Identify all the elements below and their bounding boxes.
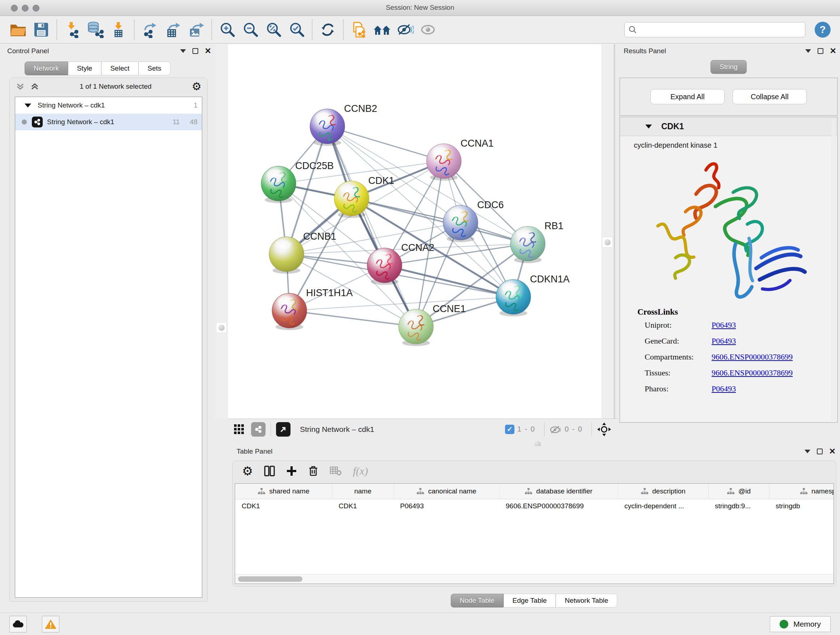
network-node-CCNA1[interactable]: CCNA1 — [426, 138, 494, 181]
tab-node-table[interactable]: Node Table — [451, 594, 504, 608]
crosslink-link[interactable]: P06493 — [712, 336, 736, 345]
open-session-button[interactable] — [8, 20, 28, 40]
search-box[interactable] — [624, 22, 805, 37]
export-network-button[interactable] — [140, 20, 159, 40]
tab-style[interactable]: Style — [68, 62, 101, 75]
hide-selected-button[interactable] — [395, 20, 415, 40]
show-all-button[interactable] — [418, 20, 438, 40]
save-session-button[interactable] — [32, 20, 51, 40]
refresh-layout-button[interactable] — [318, 20, 338, 40]
close-panel-icon[interactable]: ✕ — [205, 48, 211, 54]
crosslink-link[interactable]: 9606.ENSP00000378699 — [712, 352, 793, 361]
table-cell[interactable]: 9606.ENSP00000378699 — [499, 499, 618, 513]
gene-entry-header[interactable]: CDK1 — [620, 117, 837, 136]
export-table-button[interactable] — [163, 20, 183, 40]
column-header--id[interactable]: @id — [708, 484, 769, 499]
grid-view-icon[interactable] — [234, 424, 245, 435]
center-view-crosshair-icon[interactable] — [597, 422, 611, 437]
network-node-CDK1[interactable]: CDK1 — [334, 175, 394, 218]
network-node-CDC25B[interactable]: CDC25B — [261, 160, 334, 203]
table-cell[interactable]: stringdb — [769, 499, 834, 513]
duplicate-network-button[interactable] — [349, 20, 369, 40]
node-label-CCNA2: CCNA2 — [401, 242, 434, 253]
network-collection-row[interactable]: String Network – cdk1 1 — [15, 97, 202, 114]
float-panel-icon[interactable] — [193, 48, 198, 54]
tab-network[interactable]: Network — [25, 62, 68, 75]
zoom-out-button[interactable] — [240, 20, 260, 40]
detach-view-icon[interactable] — [276, 422, 291, 437]
zoom-in-button[interactable] — [218, 20, 237, 40]
network-edge-CCNB2-CCNA1[interactable] — [327, 126, 444, 161]
panel-menu-icon[interactable] — [180, 49, 186, 53]
left-splitter-handle[interactable] — [216, 322, 227, 333]
selected-checkbox-icon[interactable]: ✓ — [505, 424, 515, 434]
export-image-button[interactable] — [186, 20, 206, 40]
column-header-namespace[interactable]: namespace — [769, 484, 834, 499]
network-node-HIST1H1A[interactable]: HIST1H1A — [272, 287, 353, 330]
table-cell[interactable]: CDK1 — [235, 499, 332, 513]
search-input[interactable] — [640, 26, 801, 34]
zoom-fit-button[interactable] — [264, 20, 283, 40]
collection-expander-icon[interactable] — [25, 103, 31, 108]
table-cell[interactable]: P06493 — [393, 499, 499, 513]
right-splitter-handle[interactable] — [602, 237, 613, 248]
tab-network-table[interactable]: Network Table — [556, 594, 617, 608]
table-hscrollbar-thumb[interactable] — [238, 576, 302, 582]
crosslink-link[interactable]: P06493 — [712, 320, 736, 329]
results-scrollbar[interactable] — [831, 119, 836, 421]
table-cell[interactable]: CDK1 — [332, 499, 393, 513]
import-network-database-button[interactable] — [86, 20, 105, 40]
network-node-CDKN1A[interactable]: CDKN1A — [496, 274, 570, 317]
import-table-file-button[interactable] — [109, 20, 128, 40]
delete-column-icon[interactable] — [308, 465, 319, 477]
float-panel-icon[interactable] — [817, 448, 823, 454]
table-options-gear-icon[interactable]: ⚙ — [242, 465, 253, 477]
first-neighbors-button[interactable] — [372, 20, 392, 40]
table-cell[interactable]: stringdb:9... — [708, 499, 769, 513]
panel-menu-icon[interactable] — [805, 450, 810, 453]
table-hscrollbar[interactable] — [235, 574, 834, 584]
network-node-RB1[interactable]: RB1 — [510, 220, 564, 263]
column-header-canonical-name[interactable]: canonical name — [393, 484, 499, 499]
warning-status-button[interactable] — [42, 616, 59, 632]
expand-all-icon[interactable] — [30, 82, 39, 91]
tab-sets[interactable]: Sets — [139, 62, 171, 75]
cloud-status-button[interactable] — [9, 616, 27, 632]
node-label-CDC6: CDC6 — [477, 200, 504, 211]
tab-select[interactable]: Select — [101, 62, 139, 75]
column-header-description[interactable]: description — [618, 484, 708, 499]
network-selection-status: 1 of 1 Network selected — [39, 82, 192, 90]
zoom-selected-button[interactable] — [287, 20, 306, 40]
network-canvas[interactable]: CCNB2 CCNA1 CDC25B CDK1 CDC6 — [228, 44, 601, 418]
column-header-name[interactable]: name — [332, 484, 393, 499]
table-cell[interactable]: cyclin-dependent ... — [618, 499, 708, 513]
show-columns-icon[interactable] — [264, 465, 275, 477]
close-panel-icon[interactable]: ✕ — [830, 48, 836, 54]
network-row[interactable]: String Network – cdk1 11 48 — [15, 114, 202, 130]
crosslink-link[interactable]: 9606.ENSP00000378699 — [712, 368, 793, 377]
tab-string[interactable]: String — [711, 60, 747, 74]
birdseye-view-icon[interactable] — [251, 422, 265, 437]
import-network-file-button[interactable] — [63, 20, 82, 40]
column-header-shared-name[interactable]: shared name — [235, 484, 332, 499]
network-status-dot — [22, 119, 27, 125]
close-panel-icon[interactable]: ✕ — [829, 448, 836, 454]
network-edge-HIST1H1A-CCNE1[interactable] — [289, 310, 416, 326]
expand-all-button[interactable]: Expand All — [651, 89, 725, 104]
right-splitter[interactable] — [601, 44, 615, 418]
column-header-database-identifier[interactable]: database identifier — [499, 484, 618, 499]
crosslink-link[interactable]: P06493 — [712, 384, 736, 393]
network-options-gear-icon[interactable]: ⚙ — [192, 81, 202, 92]
panel-menu-icon[interactable] — [805, 49, 811, 53]
float-panel-icon[interactable] — [818, 48, 823, 54]
help-button[interactable]: ? — [815, 22, 831, 38]
table-row[interactable]: CDK1CDK1P064939606.ENSP00000378699cyclin… — [235, 499, 834, 513]
tab-edge-table[interactable]: Edge Table — [504, 594, 556, 608]
add-column-icon[interactable] — [286, 466, 297, 477]
network-node-CCNB2[interactable]: CCNB2 — [310, 103, 377, 146]
gene-expander-icon[interactable] — [645, 125, 652, 128]
collapse-all-button[interactable]: Collapse All — [733, 89, 807, 104]
memory-button[interactable]: Memory — [770, 616, 831, 632]
left-splitter[interactable] — [215, 44, 228, 418]
collapse-all-icon[interactable] — [16, 82, 25, 91]
